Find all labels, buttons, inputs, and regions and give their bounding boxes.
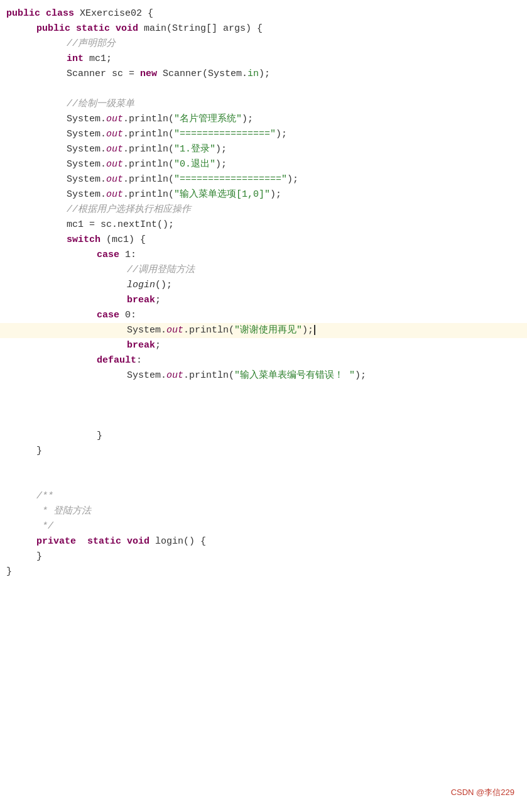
code-line — [0, 414, 527, 429]
code-line — [0, 398, 527, 414]
code-line-switch: switch (mc1) { — [0, 233, 527, 248]
code-line: * 登陆方法 — [0, 504, 527, 519]
code-line: System.out.println("================"); — [0, 127, 527, 142]
code-line: } — [0, 549, 527, 564]
code-line — [0, 82, 527, 97]
code-line: case 0: — [0, 308, 527, 323]
code-line: } — [0, 564, 527, 579]
code-line: login(); — [0, 278, 527, 293]
code-line: default: — [0, 353, 527, 368]
footer-watermark: CSDN @李信229 — [451, 786, 514, 799]
code-line: public static void main(String[] args) { — [0, 21, 527, 36]
code-line: /** — [0, 489, 527, 504]
code-line: System.out.println("1.登录"); — [0, 142, 527, 157]
code-line: int mc1; — [0, 52, 527, 67]
code-line: System.out.println("0.退出"); — [0, 157, 527, 172]
code-line: //绘制一级菜单 — [0, 97, 527, 112]
code-line: } — [0, 444, 527, 459]
code-line: //根据用户选择执行相应操作 — [0, 202, 527, 217]
code-line — [0, 474, 527, 489]
code-line: break; — [0, 338, 527, 353]
code-line: Scanner sc = new Scanner(System.in); — [0, 67, 527, 82]
code-line: //调用登陆方法 — [0, 263, 527, 278]
code-line-highlighted: System.out.println("谢谢使用再见"); — [0, 323, 527, 338]
code-line: System.out.println("输入菜单表编号有错误！ "); — [0, 368, 527, 383]
code-line: case 1: — [0, 248, 527, 263]
code-line: System.out.println("名片管理系统"); — [0, 112, 527, 127]
code-line: //声明部分 — [0, 36, 527, 52]
code-line: mc1 = sc.nextInt(); — [0, 217, 527, 233]
code-editor: public class XExercise02 { public static… — [0, 0, 527, 812]
code-line — [0, 459, 527, 474]
code-line: private static void login() { — [0, 534, 527, 549]
code-line: */ — [0, 519, 527, 534]
code-line: } — [0, 429, 527, 444]
code-line: public class XExercise02 { — [0, 6, 527, 21]
code-line — [0, 383, 527, 398]
code-line: break; — [0, 293, 527, 308]
code-line: System.out.println("==================")… — [0, 172, 527, 187]
code-line: System.out.println("输入菜单选项[1,0]"); — [0, 187, 527, 202]
